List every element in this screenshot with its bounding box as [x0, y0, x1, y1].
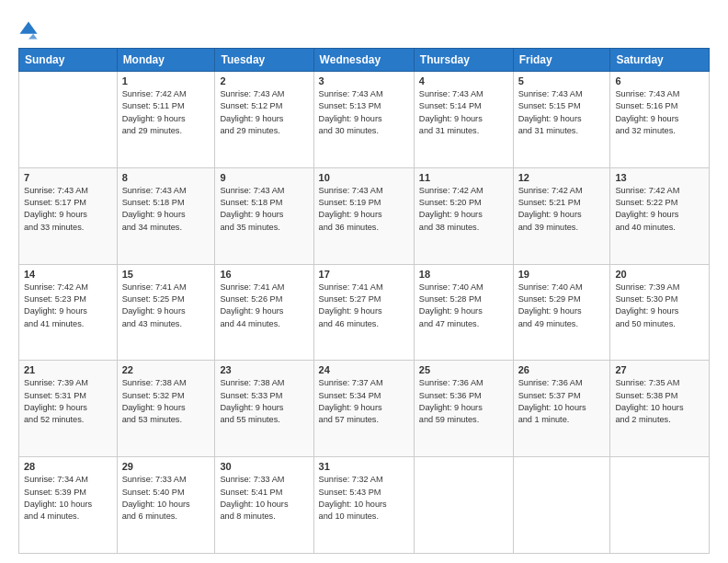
calendar-cell: 8Sunrise: 7:43 AM Sunset: 5:18 PM Daylig…: [117, 167, 215, 264]
calendar-cell: 20Sunrise: 7:39 AM Sunset: 5:30 PM Dayli…: [610, 264, 710, 361]
day-number: 30: [220, 461, 308, 472]
cell-content: Sunrise: 7:38 AM Sunset: 5:32 PM Dayligh…: [122, 377, 210, 426]
calendar-cell: 13Sunrise: 7:42 AM Sunset: 5:22 PM Dayli…: [610, 167, 710, 264]
day-header-sunday: Sunday: [19, 49, 118, 72]
day-header-tuesday: Tuesday: [215, 49, 313, 72]
day-number: 7: [24, 172, 112, 183]
day-header-thursday: Thursday: [414, 49, 513, 72]
cell-content: Sunrise: 7:40 AM Sunset: 5:28 PM Dayligh…: [419, 282, 508, 330]
day-number: 9: [220, 172, 308, 183]
calendar-cell: 12Sunrise: 7:42 AM Sunset: 5:21 PM Dayli…: [513, 167, 610, 264]
day-number: 11: [419, 172, 508, 183]
day-number: 27: [615, 364, 704, 375]
day-number: 3: [319, 75, 409, 86]
calendar-table: SundayMondayTuesdayWednesdayThursdayFrid…: [18, 48, 710, 554]
day-number: 2: [220, 75, 308, 86]
cell-content: Sunrise: 7:42 AM Sunset: 5:11 PM Dayligh…: [122, 88, 210, 137]
calendar-cell: 17Sunrise: 7:41 AM Sunset: 5:27 PM Dayli…: [313, 264, 414, 361]
day-number: 16: [220, 269, 308, 280]
logo: [18, 20, 42, 40]
cell-content: Sunrise: 7:43 AM Sunset: 5:13 PM Dayligh…: [319, 88, 409, 137]
header: [18, 17, 710, 40]
cell-content: Sunrise: 7:42 AM Sunset: 5:21 PM Dayligh…: [518, 185, 606, 234]
day-header-friday: Friday: [513, 49, 610, 72]
calendar-cell: [610, 457, 710, 554]
cell-content: Sunrise: 7:42 AM Sunset: 5:20 PM Dayligh…: [419, 185, 508, 234]
day-number: 8: [122, 172, 210, 183]
logo-icon: [18, 20, 39, 40]
cell-content: Sunrise: 7:36 AM Sunset: 5:36 PM Dayligh…: [419, 377, 508, 426]
calendar-cell: 2Sunrise: 7:43 AM Sunset: 5:12 PM Daylig…: [215, 72, 313, 168]
day-number: 22: [122, 364, 210, 375]
calendar-cell: 10Sunrise: 7:43 AM Sunset: 5:19 PM Dayli…: [313, 167, 414, 264]
calendar-cell: 28Sunrise: 7:34 AM Sunset: 5:39 PM Dayli…: [19, 457, 118, 554]
day-number: 25: [419, 364, 508, 375]
week-row-4: 28Sunrise: 7:34 AM Sunset: 5:39 PM Dayli…: [19, 457, 710, 554]
calendar-cell: 30Sunrise: 7:33 AM Sunset: 5:41 PM Dayli…: [215, 457, 313, 554]
day-header-wednesday: Wednesday: [313, 49, 414, 72]
day-number: 13: [615, 172, 704, 183]
day-header-saturday: Saturday: [610, 49, 710, 72]
day-header-monday: Monday: [117, 49, 215, 72]
calendar-cell: 25Sunrise: 7:36 AM Sunset: 5:36 PM Dayli…: [414, 361, 513, 457]
cell-content: Sunrise: 7:43 AM Sunset: 5:19 PM Dayligh…: [319, 185, 409, 234]
day-number: 15: [122, 269, 210, 280]
calendar-cell: 24Sunrise: 7:37 AM Sunset: 5:34 PM Dayli…: [313, 361, 414, 457]
header-row: SundayMondayTuesdayWednesdayThursdayFrid…: [19, 49, 710, 72]
calendar-cell: [414, 457, 513, 554]
cell-content: Sunrise: 7:34 AM Sunset: 5:39 PM Dayligh…: [24, 474, 112, 523]
cell-content: Sunrise: 7:43 AM Sunset: 5:18 PM Dayligh…: [122, 185, 210, 234]
cell-content: Sunrise: 7:43 AM Sunset: 5:15 PM Dayligh…: [518, 88, 606, 137]
calendar-cell: 1Sunrise: 7:42 AM Sunset: 5:11 PM Daylig…: [117, 72, 215, 168]
svg-marker-1: [28, 34, 38, 40]
calendar-cell: 27Sunrise: 7:35 AM Sunset: 5:38 PM Dayli…: [610, 361, 710, 457]
cell-content: Sunrise: 7:32 AM Sunset: 5:43 PM Dayligh…: [319, 474, 409, 523]
calendar-cell: 4Sunrise: 7:43 AM Sunset: 5:14 PM Daylig…: [414, 72, 513, 168]
cell-content: Sunrise: 7:41 AM Sunset: 5:26 PM Dayligh…: [220, 282, 308, 330]
calendar-cell: 23Sunrise: 7:38 AM Sunset: 5:33 PM Dayli…: [215, 361, 313, 457]
calendar-cell: 7Sunrise: 7:43 AM Sunset: 5:17 PM Daylig…: [19, 167, 118, 264]
calendar-cell: 26Sunrise: 7:36 AM Sunset: 5:37 PM Dayli…: [513, 361, 610, 457]
cell-content: Sunrise: 7:43 AM Sunset: 5:14 PM Dayligh…: [419, 88, 508, 137]
calendar-cell: [19, 72, 118, 168]
cell-content: Sunrise: 7:37 AM Sunset: 5:34 PM Dayligh…: [319, 377, 409, 426]
cell-content: Sunrise: 7:41 AM Sunset: 5:25 PM Dayligh…: [122, 282, 210, 330]
day-number: 20: [615, 269, 704, 280]
cell-content: Sunrise: 7:43 AM Sunset: 5:16 PM Dayligh…: [615, 88, 704, 137]
day-number: 10: [319, 172, 409, 183]
calendar-cell: 3Sunrise: 7:43 AM Sunset: 5:13 PM Daylig…: [313, 72, 414, 168]
day-number: 6: [615, 75, 704, 86]
calendar-cell: 11Sunrise: 7:42 AM Sunset: 5:20 PM Dayli…: [414, 167, 513, 264]
week-row-3: 21Sunrise: 7:39 AM Sunset: 5:31 PM Dayli…: [19, 361, 710, 457]
calendar-cell: 21Sunrise: 7:39 AM Sunset: 5:31 PM Dayli…: [19, 361, 118, 457]
calendar-cell: [513, 457, 610, 554]
day-number: 29: [122, 461, 210, 472]
cell-content: Sunrise: 7:42 AM Sunset: 5:22 PM Dayligh…: [615, 185, 704, 234]
week-row-1: 7Sunrise: 7:43 AM Sunset: 5:17 PM Daylig…: [19, 167, 710, 264]
calendar-cell: 19Sunrise: 7:40 AM Sunset: 5:29 PM Dayli…: [513, 264, 610, 361]
cell-content: Sunrise: 7:43 AM Sunset: 5:18 PM Dayligh…: [220, 185, 308, 234]
calendar-cell: 22Sunrise: 7:38 AM Sunset: 5:32 PM Dayli…: [117, 361, 215, 457]
svg-marker-0: [19, 21, 37, 33]
calendar-cell: 14Sunrise: 7:42 AM Sunset: 5:23 PM Dayli…: [19, 264, 118, 361]
cell-content: Sunrise: 7:43 AM Sunset: 5:12 PM Dayligh…: [220, 88, 308, 137]
day-number: 4: [419, 75, 508, 86]
calendar-cell: 9Sunrise: 7:43 AM Sunset: 5:18 PM Daylig…: [215, 167, 313, 264]
cell-content: Sunrise: 7:41 AM Sunset: 5:27 PM Dayligh…: [319, 282, 409, 330]
week-row-0: 1Sunrise: 7:42 AM Sunset: 5:11 PM Daylig…: [19, 72, 710, 168]
day-number: 19: [518, 269, 606, 280]
day-number: 5: [518, 75, 606, 86]
calendar-cell: 15Sunrise: 7:41 AM Sunset: 5:25 PM Dayli…: [117, 264, 215, 361]
week-row-2: 14Sunrise: 7:42 AM Sunset: 5:23 PM Dayli…: [19, 264, 710, 361]
cell-content: Sunrise: 7:39 AM Sunset: 5:30 PM Dayligh…: [615, 282, 704, 330]
cell-content: Sunrise: 7:42 AM Sunset: 5:23 PM Dayligh…: [24, 282, 112, 330]
day-number: 24: [319, 364, 409, 375]
day-number: 31: [319, 461, 409, 472]
cell-content: Sunrise: 7:40 AM Sunset: 5:29 PM Dayligh…: [518, 282, 606, 330]
day-number: 1: [122, 75, 210, 86]
calendar-cell: 31Sunrise: 7:32 AM Sunset: 5:43 PM Dayli…: [313, 457, 414, 554]
cell-content: Sunrise: 7:33 AM Sunset: 5:41 PM Dayligh…: [220, 474, 308, 523]
calendar-cell: 18Sunrise: 7:40 AM Sunset: 5:28 PM Dayli…: [414, 264, 513, 361]
day-number: 28: [24, 461, 112, 472]
cell-content: Sunrise: 7:38 AM Sunset: 5:33 PM Dayligh…: [220, 377, 308, 426]
